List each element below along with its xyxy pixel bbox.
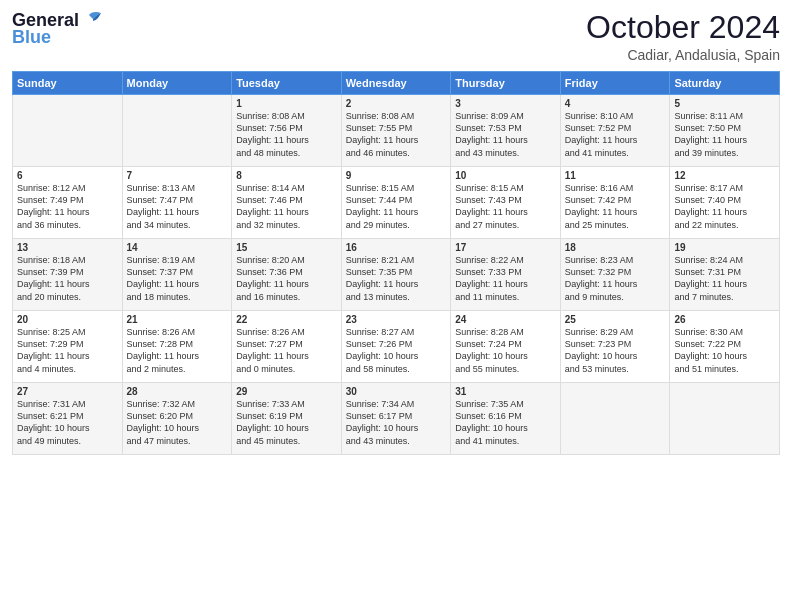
calendar-table: SundayMondayTuesdayWednesdayThursdayFrid… — [12, 71, 780, 455]
day-number: 9 — [346, 170, 447, 181]
day-number: 31 — [455, 386, 556, 397]
day-cell: 25Sunrise: 8:29 AM Sunset: 7:23 PM Dayli… — [560, 311, 670, 383]
day-info: Sunrise: 8:20 AM Sunset: 7:36 PM Dayligh… — [236, 254, 337, 303]
day-number: 11 — [565, 170, 666, 181]
day-info: Sunrise: 8:08 AM Sunset: 7:56 PM Dayligh… — [236, 110, 337, 159]
week-row-5: 27Sunrise: 7:31 AM Sunset: 6:21 PM Dayli… — [13, 383, 780, 455]
day-cell: 17Sunrise: 8:22 AM Sunset: 7:33 PM Dayli… — [451, 239, 561, 311]
location-subtitle: Cadiar, Andalusia, Spain — [586, 47, 780, 63]
day-number: 23 — [346, 314, 447, 325]
header-cell-tuesday: Tuesday — [232, 72, 342, 95]
day-info: Sunrise: 7:32 AM Sunset: 6:20 PM Dayligh… — [127, 398, 228, 447]
day-cell: 26Sunrise: 8:30 AM Sunset: 7:22 PM Dayli… — [670, 311, 780, 383]
day-cell: 2Sunrise: 8:08 AM Sunset: 7:55 PM Daylig… — [341, 95, 451, 167]
day-info: Sunrise: 8:12 AM Sunset: 7:49 PM Dayligh… — [17, 182, 118, 231]
day-number: 26 — [674, 314, 775, 325]
day-cell: 10Sunrise: 8:15 AM Sunset: 7:43 PM Dayli… — [451, 167, 561, 239]
day-info: Sunrise: 7:33 AM Sunset: 6:19 PM Dayligh… — [236, 398, 337, 447]
day-number: 25 — [565, 314, 666, 325]
day-cell: 20Sunrise: 8:25 AM Sunset: 7:29 PM Dayli… — [13, 311, 123, 383]
header-cell-monday: Monday — [122, 72, 232, 95]
header: General Blue October 2024 Cadiar, Andalu… — [12, 10, 780, 63]
day-info: Sunrise: 8:14 AM Sunset: 7:46 PM Dayligh… — [236, 182, 337, 231]
day-info: Sunrise: 8:21 AM Sunset: 7:35 PM Dayligh… — [346, 254, 447, 303]
day-cell: 15Sunrise: 8:20 AM Sunset: 7:36 PM Dayli… — [232, 239, 342, 311]
day-cell: 12Sunrise: 8:17 AM Sunset: 7:40 PM Dayli… — [670, 167, 780, 239]
header-cell-sunday: Sunday — [13, 72, 123, 95]
day-info: Sunrise: 8:15 AM Sunset: 7:44 PM Dayligh… — [346, 182, 447, 231]
logo-blue: Blue — [12, 27, 51, 48]
day-info: Sunrise: 8:22 AM Sunset: 7:33 PM Dayligh… — [455, 254, 556, 303]
day-cell: 28Sunrise: 7:32 AM Sunset: 6:20 PM Dayli… — [122, 383, 232, 455]
day-cell: 3Sunrise: 8:09 AM Sunset: 7:53 PM Daylig… — [451, 95, 561, 167]
week-row-3: 13Sunrise: 8:18 AM Sunset: 7:39 PM Dayli… — [13, 239, 780, 311]
day-info: Sunrise: 8:17 AM Sunset: 7:40 PM Dayligh… — [674, 182, 775, 231]
day-cell: 8Sunrise: 8:14 AM Sunset: 7:46 PM Daylig… — [232, 167, 342, 239]
day-info: Sunrise: 8:16 AM Sunset: 7:42 PM Dayligh… — [565, 182, 666, 231]
day-number: 8 — [236, 170, 337, 181]
day-info: Sunrise: 8:11 AM Sunset: 7:50 PM Dayligh… — [674, 110, 775, 159]
logo: General Blue — [12, 10, 103, 48]
day-info: Sunrise: 7:34 AM Sunset: 6:17 PM Dayligh… — [346, 398, 447, 447]
day-cell: 22Sunrise: 8:26 AM Sunset: 7:27 PM Dayli… — [232, 311, 342, 383]
day-info: Sunrise: 7:31 AM Sunset: 6:21 PM Dayligh… — [17, 398, 118, 447]
day-cell — [560, 383, 670, 455]
header-row: SundayMondayTuesdayWednesdayThursdayFrid… — [13, 72, 780, 95]
day-cell: 7Sunrise: 8:13 AM Sunset: 7:47 PM Daylig… — [122, 167, 232, 239]
day-cell: 6Sunrise: 8:12 AM Sunset: 7:49 PM Daylig… — [13, 167, 123, 239]
day-number: 15 — [236, 242, 337, 253]
day-number: 4 — [565, 98, 666, 109]
day-info: Sunrise: 8:26 AM Sunset: 7:28 PM Dayligh… — [127, 326, 228, 375]
day-number: 29 — [236, 386, 337, 397]
main-container: General Blue October 2024 Cadiar, Andalu… — [0, 0, 792, 612]
day-cell — [670, 383, 780, 455]
day-number: 2 — [346, 98, 447, 109]
day-number: 12 — [674, 170, 775, 181]
day-info: Sunrise: 8:10 AM Sunset: 7:52 PM Dayligh… — [565, 110, 666, 159]
day-number: 27 — [17, 386, 118, 397]
title-section: October 2024 Cadiar, Andalusia, Spain — [586, 10, 780, 63]
day-info: Sunrise: 8:30 AM Sunset: 7:22 PM Dayligh… — [674, 326, 775, 375]
day-info: Sunrise: 7:35 AM Sunset: 6:16 PM Dayligh… — [455, 398, 556, 447]
day-cell: 29Sunrise: 7:33 AM Sunset: 6:19 PM Dayli… — [232, 383, 342, 455]
day-number: 3 — [455, 98, 556, 109]
day-number: 19 — [674, 242, 775, 253]
day-number: 16 — [346, 242, 447, 253]
day-cell: 31Sunrise: 7:35 AM Sunset: 6:16 PM Dayli… — [451, 383, 561, 455]
day-number: 28 — [127, 386, 228, 397]
day-cell: 13Sunrise: 8:18 AM Sunset: 7:39 PM Dayli… — [13, 239, 123, 311]
day-cell: 27Sunrise: 7:31 AM Sunset: 6:21 PM Dayli… — [13, 383, 123, 455]
day-number: 22 — [236, 314, 337, 325]
day-info: Sunrise: 8:13 AM Sunset: 7:47 PM Dayligh… — [127, 182, 228, 231]
day-info: Sunrise: 8:15 AM Sunset: 7:43 PM Dayligh… — [455, 182, 556, 231]
header-cell-friday: Friday — [560, 72, 670, 95]
day-info: Sunrise: 8:18 AM Sunset: 7:39 PM Dayligh… — [17, 254, 118, 303]
day-info: Sunrise: 8:19 AM Sunset: 7:37 PM Dayligh… — [127, 254, 228, 303]
day-info: Sunrise: 8:29 AM Sunset: 7:23 PM Dayligh… — [565, 326, 666, 375]
day-cell — [13, 95, 123, 167]
day-number: 20 — [17, 314, 118, 325]
day-number: 30 — [346, 386, 447, 397]
week-row-1: 1Sunrise: 8:08 AM Sunset: 7:56 PM Daylig… — [13, 95, 780, 167]
week-row-2: 6Sunrise: 8:12 AM Sunset: 7:49 PM Daylig… — [13, 167, 780, 239]
header-cell-thursday: Thursday — [451, 72, 561, 95]
day-cell — [122, 95, 232, 167]
day-cell: 16Sunrise: 8:21 AM Sunset: 7:35 PM Dayli… — [341, 239, 451, 311]
week-row-4: 20Sunrise: 8:25 AM Sunset: 7:29 PM Dayli… — [13, 311, 780, 383]
day-cell: 24Sunrise: 8:28 AM Sunset: 7:24 PM Dayli… — [451, 311, 561, 383]
day-info: Sunrise: 8:25 AM Sunset: 7:29 PM Dayligh… — [17, 326, 118, 375]
day-number: 18 — [565, 242, 666, 253]
day-cell: 18Sunrise: 8:23 AM Sunset: 7:32 PM Dayli… — [560, 239, 670, 311]
day-number: 7 — [127, 170, 228, 181]
day-number: 1 — [236, 98, 337, 109]
day-number: 13 — [17, 242, 118, 253]
day-info: Sunrise: 8:08 AM Sunset: 7:55 PM Dayligh… — [346, 110, 447, 159]
day-info: Sunrise: 8:27 AM Sunset: 7:26 PM Dayligh… — [346, 326, 447, 375]
day-number: 10 — [455, 170, 556, 181]
day-cell: 14Sunrise: 8:19 AM Sunset: 7:37 PM Dayli… — [122, 239, 232, 311]
day-info: Sunrise: 8:23 AM Sunset: 7:32 PM Dayligh… — [565, 254, 666, 303]
day-cell: 5Sunrise: 8:11 AM Sunset: 7:50 PM Daylig… — [670, 95, 780, 167]
day-cell: 9Sunrise: 8:15 AM Sunset: 7:44 PM Daylig… — [341, 167, 451, 239]
day-cell: 19Sunrise: 8:24 AM Sunset: 7:31 PM Dayli… — [670, 239, 780, 311]
day-info: Sunrise: 8:28 AM Sunset: 7:24 PM Dayligh… — [455, 326, 556, 375]
